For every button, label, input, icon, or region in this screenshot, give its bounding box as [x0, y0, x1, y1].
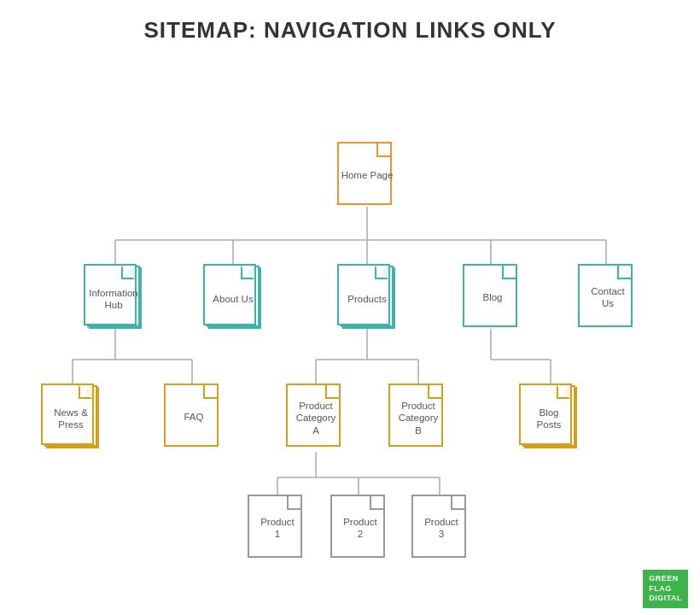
- node-product-2: Product2: [330, 495, 390, 559]
- sitemap-diagram: Home Page InformationHub About Us: [26, 52, 674, 599]
- node-about-us: About Us: [203, 264, 263, 332]
- node-blog: Blog: [463, 264, 522, 329]
- node-products: Products: [337, 264, 397, 332]
- node-product-category-a: ProductCategoryA: [286, 384, 346, 448]
- node-product-category-b: ProductCategoryB: [388, 384, 448, 448]
- node-news-press: News &Press: [41, 384, 101, 452]
- node-information-hub: InformationHub: [84, 264, 143, 332]
- node-blog-posts: BlogPosts: [519, 384, 579, 452]
- node-contact-us: ContactUs: [578, 264, 638, 329]
- page: SITEMAP: NAVIGATION LINKS ONLY: [0, 0, 700, 615]
- node-faq: FAQ: [164, 384, 224, 448]
- node-product-1: Product1: [248, 495, 307, 559]
- page-title: SITEMAP: NAVIGATION LINKS ONLY: [26, 17, 674, 44]
- node-homepage: Home Page: [337, 142, 397, 207]
- brand-badge: GREEN FLAG DIGITAL: [643, 570, 688, 608]
- node-product-3: Product3: [411, 495, 471, 559]
